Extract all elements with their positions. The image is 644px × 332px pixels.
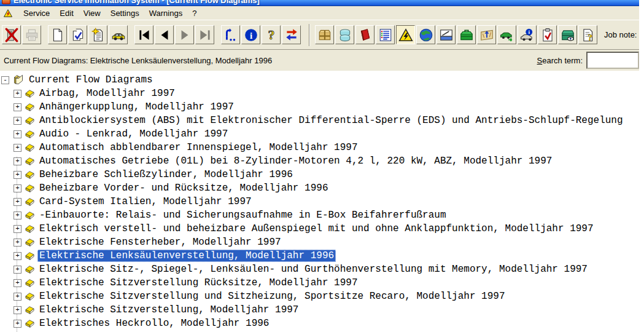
customer-card-button[interactable]	[558, 25, 577, 44]
expand-box[interactable]: +	[14, 239, 21, 247]
tree-item[interactable]: +Elektrische Fensterheber, Modelljahr 19…	[0, 235, 639, 249]
documents-check-icon	[71, 28, 85, 42]
toolbox-button[interactable]	[457, 25, 476, 44]
menu-edit[interactable]: Edit	[55, 7, 78, 19]
tree-item-label: Anhängerkupplung, Modelljahr 1997	[37, 101, 236, 113]
help-button[interactable]: ?	[262, 25, 281, 44]
menu-settings[interactable]: Settings	[106, 7, 144, 19]
menu-help[interactable]: ?	[187, 7, 201, 19]
toolbox-icon	[459, 28, 474, 42]
location-map-button[interactable]	[477, 25, 496, 44]
expand-box[interactable]: +	[14, 117, 21, 125]
expand-box[interactable]: +	[14, 225, 21, 233]
tree-item[interactable]: +Elektrische Sitzverstellung Rücksitze, …	[0, 276, 639, 290]
svg-text:?: ?	[588, 33, 592, 42]
tree-item[interactable]: +Beheizbare Schließzylinder, Modelljahr …	[0, 168, 639, 181]
tree-item-label: Beheizbare Schließzylinder, Modelljahr 1…	[37, 168, 295, 181]
index-list-button[interactable]	[376, 25, 395, 44]
return-button[interactable]	[221, 25, 240, 44]
svg-text:i: i	[528, 29, 530, 35]
title-bar: Electronic Service Information System - …	[0, 0, 639, 6]
documents-check-button[interactable]	[68, 25, 87, 44]
tree-item[interactable]: +Audio - Lenkrad, Modelljahr 1997	[0, 127, 639, 141]
book-icon	[25, 251, 35, 261]
clipboard-icon	[540, 28, 555, 42]
vehicle-arrow-button[interactable]	[497, 25, 516, 44]
expand-box[interactable]: +	[14, 306, 21, 314]
info-button[interactable]: i	[241, 25, 260, 44]
tree-root-item[interactable]: -Current Flow Diagrams	[0, 73, 639, 87]
tree-item[interactable]: +Antiblockiersystem (ABS) mit Elektronis…	[0, 114, 639, 127]
document-question-button[interactable]: ?	[578, 25, 597, 44]
expand-box[interactable]: +	[14, 211, 21, 219]
menu-service[interactable]: Service	[18, 7, 55, 19]
expand-box[interactable]: +	[14, 130, 21, 138]
tree-item[interactable]: +Airbag, Modelljahr 1997	[0, 87, 639, 100]
tree-item[interactable]: +Automatisches Getriebe (01L) bei 8-Zyli…	[0, 154, 639, 168]
package-button[interactable]	[315, 25, 334, 44]
tree-item-label: Airbag, Modelljahr 1997	[37, 87, 177, 100]
clipboard-check-button[interactable]	[538, 25, 557, 44]
last-record-button[interactable]	[195, 25, 214, 44]
tree-item[interactable]: +Anhängerkupplung, Modelljahr 1997	[0, 100, 639, 114]
measuring-gauge-button[interactable]	[436, 25, 456, 44]
tree-item[interactable]: +Elektrische Sitz-, Spiegel-, Lenksäulen…	[0, 263, 639, 276]
expand-box[interactable]: +	[14, 252, 21, 260]
expand-box[interactable]: +	[14, 157, 21, 165]
tree-item[interactable]: +Card-System Italien, Modelljahr 1997	[0, 195, 639, 208]
collapse-box[interactable]: -	[1, 76, 9, 84]
expand-box[interactable]: +	[14, 171, 21, 179]
print-button[interactable]	[22, 25, 41, 44]
book-icon	[25, 102, 35, 113]
tree-item[interactable]: +Elektrische Lenksäulenverstellung, Mode…	[0, 249, 639, 263]
exit-button[interactable]	[2, 25, 21, 44]
book-icon	[25, 89, 35, 99]
vehicle-button[interactable]	[109, 25, 128, 44]
expand-box[interactable]: +	[14, 103, 21, 111]
blank-document-button[interactable]	[48, 25, 67, 44]
book-icon	[25, 278, 35, 288]
database-button[interactable]	[335, 25, 354, 44]
tree-item[interactable]: +Elektrisches Heckrollo, Modelljahr 1996	[0, 317, 639, 330]
tree-view: -Current Flow Diagrams+Airbag, Modelljah…	[0, 71, 639, 332]
tree-item[interactable]: +Elektrische Sitzverstellung und Sitzhei…	[0, 290, 639, 303]
expand-box[interactable]: +	[14, 320, 21, 328]
tree-item-label: Elektrisches Heckrollo, Modelljahr 1996	[37, 317, 271, 330]
tree-item[interactable]: +-Einbauorte: Relais- und Sicherungsaufn…	[0, 208, 639, 222]
first-record-button[interactable]	[134, 25, 153, 44]
expand-box[interactable]: +	[14, 198, 21, 206]
expand-box[interactable]: +	[14, 184, 21, 192]
tree-item-label: Antiblockiersystem (ABS) mit Elektronisc…	[37, 114, 625, 127]
swap-button[interactable]	[282, 25, 301, 44]
tree-item[interactable]: +Elektrische Sitzverstellung, Modelljahr…	[0, 303, 639, 317]
menu-view[interactable]: View	[79, 7, 106, 19]
expand-box[interactable]: +	[14, 144, 21, 152]
book-icon	[25, 305, 35, 315]
toolbar: i?i? Job note:	[0, 20, 639, 49]
menu-warnings[interactable]: Warnings	[144, 7, 187, 19]
globe-button[interactable]	[416, 25, 435, 44]
tree-item[interactable]: +Elektrisch verstell- und beheizbare Auß…	[0, 222, 639, 235]
next-record-button[interactable]	[175, 25, 194, 44]
tree-item-label: Audio - Lenkrad, Modelljahr 1997	[37, 128, 230, 140]
menu-bar: ServiceEditViewSettingsWarnings?	[0, 6, 639, 20]
tree-item[interactable]: +Beheizbare Vorder- und Rücksitze, Model…	[0, 181, 639, 195]
previous-record-button[interactable]	[155, 25, 174, 44]
return-icon	[223, 28, 238, 42]
card-file-icon	[561, 28, 575, 42]
expand-box[interactable]: +	[14, 293, 21, 301]
vehicle-arrow-icon	[500, 28, 514, 42]
manuals-book-button[interactable]	[355, 25, 374, 44]
vehicle-info-button[interactable]: i	[518, 25, 537, 44]
expand-box[interactable]: +	[14, 279, 21, 287]
expand-box[interactable]: +	[14, 90, 21, 98]
expand-box[interactable]: +	[14, 266, 21, 274]
toolbar-group: i?	[221, 25, 302, 44]
book-icon	[25, 237, 35, 248]
document-new-button[interactable]	[88, 25, 107, 44]
tree-item[interactable]: +Automatisch abblendbarer Innenspiegel, …	[0, 141, 639, 154]
current-flow-diagrams-button[interactable]	[396, 25, 415, 44]
search-input[interactable]	[586, 52, 639, 69]
tree-item-label: Automatisches Getriebe (01L) bei 8-Zylin…	[37, 155, 554, 167]
window-title: Electronic Service Information System - …	[14, 0, 260, 5]
